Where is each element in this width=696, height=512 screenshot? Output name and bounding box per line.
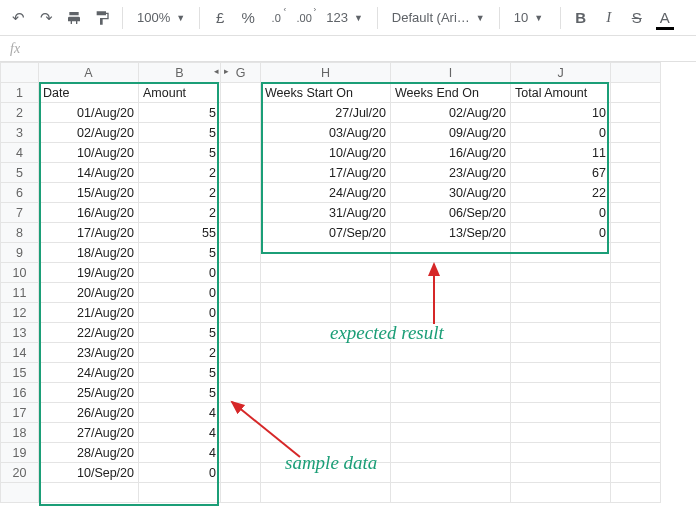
row-header[interactable]: 7 [1, 203, 39, 223]
cell[interactable]: 25/Aug/20 [39, 383, 139, 403]
row-header[interactable]: 1 [1, 83, 39, 103]
row-header[interactable]: 18 [1, 423, 39, 443]
currency-button[interactable]: £ [208, 6, 232, 30]
col-A[interactable]: A [39, 63, 139, 83]
cell[interactable] [221, 343, 261, 363]
row-header[interactable]: 8 [1, 223, 39, 243]
cell[interactable]: 0 [139, 283, 221, 303]
cell[interactable] [611, 263, 661, 283]
row-header[interactable]: 16 [1, 383, 39, 403]
paintformat-icon[interactable] [90, 6, 114, 30]
cell[interactable]: 2 [139, 343, 221, 363]
cell[interactable]: 4 [139, 423, 221, 443]
cell[interactable]: 4 [139, 443, 221, 463]
cell[interactable] [221, 143, 261, 163]
cell[interactable] [221, 363, 261, 383]
textcolor-button[interactable]: A [653, 6, 677, 30]
row-header[interactable]: 10 [1, 263, 39, 283]
row-header[interactable]: 14 [1, 343, 39, 363]
print-icon[interactable] [62, 6, 86, 30]
cell[interactable] [221, 283, 261, 303]
increase-decimal-button[interactable]: .00› [292, 6, 316, 30]
cell[interactable]: Amount [139, 83, 221, 103]
cell[interactable] [139, 483, 221, 503]
cell[interactable] [611, 363, 661, 383]
cell[interactable] [261, 423, 391, 443]
cell[interactable] [611, 303, 661, 323]
cell[interactable]: 67 [511, 163, 611, 183]
cell[interactable]: 24/Aug/20 [261, 183, 391, 203]
cell[interactable]: 10/Sep/20 [39, 463, 139, 483]
cell[interactable]: 10/Aug/20 [39, 143, 139, 163]
cell[interactable]: 30/Aug/20 [391, 183, 511, 203]
cell[interactable] [611, 163, 661, 183]
cell[interactable]: Total Amount [511, 83, 611, 103]
col-K[interactable] [611, 63, 661, 83]
cell[interactable]: 0 [511, 203, 611, 223]
cell[interactable] [511, 383, 611, 403]
cell[interactable]: 5 [139, 143, 221, 163]
cell[interactable]: 17/Aug/20 [39, 223, 139, 243]
cell[interactable]: 13/Sep/20 [391, 223, 511, 243]
cell[interactable] [511, 403, 611, 423]
cell[interactable] [391, 483, 511, 503]
cell[interactable]: Weeks Start On [261, 83, 391, 103]
cell[interactable] [511, 483, 611, 503]
cell[interactable] [391, 443, 511, 463]
cell[interactable] [511, 463, 611, 483]
cell[interactable]: 16/Aug/20 [391, 143, 511, 163]
cell[interactable] [611, 243, 661, 263]
row-header[interactable]: 3 [1, 123, 39, 143]
cell[interactable] [221, 243, 261, 263]
cell[interactable]: 21/Aug/20 [39, 303, 139, 323]
col-B[interactable]: B [139, 63, 221, 83]
cell[interactable]: 22/Aug/20 [39, 323, 139, 343]
cell[interactable]: 10/Aug/20 [261, 143, 391, 163]
undo-icon[interactable]: ↶ [6, 6, 30, 30]
row-header[interactable]: 9 [1, 243, 39, 263]
fontsize-select[interactable]: 10▼ [508, 6, 552, 30]
cell[interactable] [221, 483, 261, 503]
cell[interactable] [611, 283, 661, 303]
cell[interactable] [511, 263, 611, 283]
cell[interactable]: 0 [139, 463, 221, 483]
cell[interactable]: 18/Aug/20 [39, 243, 139, 263]
cell[interactable] [261, 463, 391, 483]
cell[interactable]: 2 [139, 183, 221, 203]
row-header[interactable]: 12 [1, 303, 39, 323]
cell[interactable] [221, 123, 261, 143]
cell[interactable] [391, 283, 511, 303]
cell[interactable] [221, 423, 261, 443]
cell[interactable]: 03/Aug/20 [261, 123, 391, 143]
cell[interactable] [611, 143, 661, 163]
cell[interactable] [511, 283, 611, 303]
cell[interactable] [261, 263, 391, 283]
cell[interactable]: 26/Aug/20 [39, 403, 139, 423]
cell[interactable] [611, 183, 661, 203]
cell[interactable] [611, 403, 661, 423]
cell[interactable]: Weeks End On [391, 83, 511, 103]
cell[interactable] [261, 343, 391, 363]
strike-button[interactable]: S [625, 6, 649, 30]
cell[interactable] [391, 383, 511, 403]
cell[interactable]: 31/Aug/20 [261, 203, 391, 223]
cell[interactable] [221, 323, 261, 343]
cell[interactable] [261, 383, 391, 403]
cell[interactable]: 17/Aug/20 [261, 163, 391, 183]
cell[interactable] [511, 423, 611, 443]
row-header[interactable]: 11 [1, 283, 39, 303]
cell[interactable] [261, 303, 391, 323]
formula-input[interactable] [20, 36, 696, 61]
cell[interactable] [391, 363, 511, 383]
cell[interactable] [221, 383, 261, 403]
cell[interactable] [261, 283, 391, 303]
cell[interactable] [391, 243, 511, 263]
cell[interactable]: Date [39, 83, 139, 103]
row-header[interactable]: 17 [1, 403, 39, 423]
cell[interactable]: 07/Sep/20 [261, 223, 391, 243]
cell[interactable]: 20/Aug/20 [39, 283, 139, 303]
cell[interactable] [221, 463, 261, 483]
cell[interactable]: 23/Aug/20 [39, 343, 139, 363]
cell[interactable] [261, 363, 391, 383]
cell[interactable] [611, 323, 661, 343]
